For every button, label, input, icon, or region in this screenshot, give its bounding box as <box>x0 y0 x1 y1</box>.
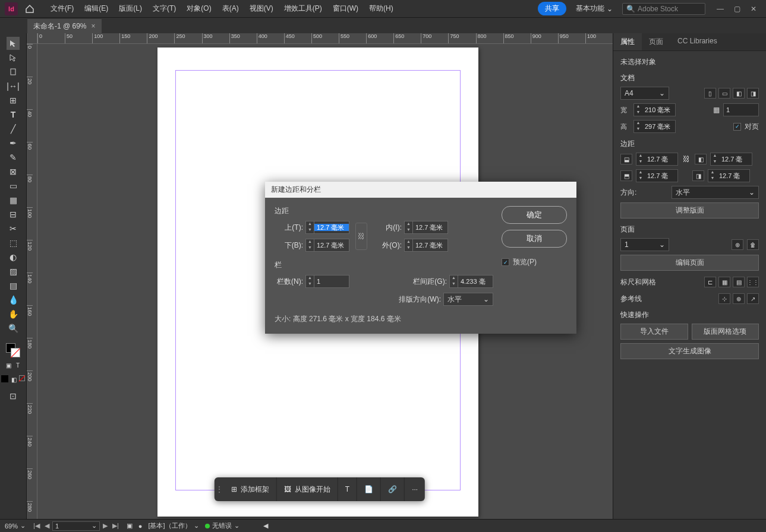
page-number-select[interactable]: 1⌄ <box>620 238 669 251</box>
dialog-gutter-input[interactable]: ▲▼ <box>449 275 493 288</box>
add-frame-button[interactable]: ⊞添加框架 <box>224 477 277 501</box>
first-page-button[interactable]: |◀ <box>31 522 42 530</box>
smart-guides-icon[interactable]: ↗ <box>747 293 759 304</box>
direct-selection-tool[interactable] <box>7 51 20 64</box>
type-tool[interactable]: T <box>7 108 20 121</box>
import-file-button[interactable]: 导入文件 <box>620 324 688 340</box>
maximize-button[interactable]: ▢ <box>732 5 742 13</box>
close-button[interactable]: ✕ <box>748 5 759 13</box>
dialog-margin-inside-input[interactable]: ▲▼ <box>404 221 448 234</box>
landscape-icon[interactable]: ▭ <box>718 88 730 99</box>
last-page-button[interactable]: ▶| <box>111 522 121 530</box>
next-page-button[interactable]: ▶ <box>101 522 109 530</box>
link-margins-toggle[interactable]: ⛓ <box>355 223 367 250</box>
menu-help[interactable]: 帮助(H) <box>364 4 399 14</box>
document-grid-icon[interactable]: ⋮⋮ <box>747 277 759 287</box>
margin-top-input[interactable]: ▲▼ <box>636 153 678 166</box>
ruler-icon[interactable]: ⊏ <box>704 277 716 287</box>
gap-tool[interactable]: |↔| <box>7 80 20 93</box>
grid-icon[interactable]: ▦ <box>718 277 730 287</box>
dialog-margin-bottom-input[interactable]: ▲▼ <box>305 239 349 252</box>
screen-mode-tool[interactable]: ⊡ <box>7 390 20 403</box>
dialog-column-count-input[interactable]: ▲▼ <box>305 275 349 288</box>
minimize-button[interactable]: — <box>715 5 726 13</box>
link-ctx-button[interactable]: 🔗 <box>381 477 405 501</box>
show-guides-icon[interactable]: ⊹ <box>718 293 730 304</box>
preview-checkbox[interactable]: ✓ <box>502 258 509 266</box>
workspace-selector[interactable]: 基本功能⌄ <box>573 4 615 14</box>
line-tool[interactable]: ╱ <box>7 122 20 135</box>
height-input[interactable]: ▲▼ <box>633 120 676 133</box>
orientation-select[interactable]: 水平⌄ <box>672 186 759 199</box>
menu-edit[interactable]: 编辑(E) <box>79 4 114 14</box>
margin-bottom-input[interactable]: ▲▼ <box>636 169 678 182</box>
hand-tool[interactable]: ✋ <box>7 308 20 321</box>
menu-type[interactable]: 文字(T) <box>147 4 181 14</box>
link-margins-icon[interactable]: ⛓ <box>682 155 691 163</box>
menu-file[interactable]: 文件(F) <box>45 4 79 14</box>
formatting-container-icon[interactable]: ▣ <box>4 361 12 369</box>
tab-cc-libraries[interactable]: CC Libraries <box>670 33 724 50</box>
fill-stroke-swatch[interactable] <box>6 343 20 357</box>
pages-count-input[interactable] <box>723 103 759 116</box>
comment-tool[interactable]: ⊟ <box>7 208 20 221</box>
content-collector-tool[interactable]: ⊞ <box>7 94 20 107</box>
more-ctx-button[interactable]: ··· <box>405 477 425 501</box>
rectangle-frame-tool[interactable]: ⊠ <box>7 165 20 178</box>
delete-page-icon[interactable]: 🗑 <box>747 239 759 250</box>
ruler-vertical[interactable]: 020406080100120140160180200220240260280 <box>27 44 37 519</box>
tab-pages[interactable]: 页面 <box>642 33 670 50</box>
edit-pages-button[interactable]: 编辑页面 <box>620 255 759 271</box>
rectangle-tool[interactable]: ▭ <box>7 179 20 192</box>
gradient-feather-tool[interactable]: ▨ <box>7 265 20 278</box>
baseline-grid-icon[interactable]: ▤ <box>733 277 745 287</box>
type-ctx-button[interactable]: T <box>338 477 357 501</box>
free-transform-tool[interactable]: ⬚ <box>7 236 20 249</box>
pencil-tool[interactable]: ✎ <box>7 151 20 164</box>
menu-object[interactable]: 对象(O) <box>181 4 216 14</box>
toolbar-grip[interactable]: ⋮ <box>215 485 224 493</box>
menu-layout[interactable]: 版面(L) <box>114 4 147 14</box>
page-size-select[interactable]: A4⌄ <box>620 87 669 100</box>
layer-indicator[interactable]: [基本]（工作）⌄ <box>148 521 198 530</box>
binding-left-icon[interactable]: ◧ <box>733 88 745 99</box>
apply-color-icon[interactable] <box>1 375 8 382</box>
zoom-select[interactable]: 69%⌄ <box>5 522 26 530</box>
dialog-direction-select[interactable]: 水平⌄ <box>443 293 493 306</box>
dialog-margin-outside-input[interactable]: ▲▼ <box>404 239 448 252</box>
text-to-image-button[interactable]: 文字生成图像 <box>620 343 759 359</box>
page-input[interactable]: 1⌄ <box>52 521 100 531</box>
scroll-left-icon[interactable]: ◀ <box>263 522 268 530</box>
scissors-tool[interactable]: ✂ <box>7 222 20 235</box>
prev-page-button[interactable]: ◀ <box>43 522 51 530</box>
gradient-swatch-tool[interactable]: ◐ <box>7 251 20 264</box>
margin-outside-input[interactable]: ▲▼ <box>708 169 750 182</box>
close-tab-icon[interactable]: × <box>92 22 96 30</box>
pen-tool[interactable]: ✒ <box>7 137 20 150</box>
preflight-indicator[interactable]: 无错误⌄ <box>205 521 239 530</box>
binding-right-icon[interactable]: ◨ <box>747 88 759 99</box>
new-page-icon[interactable]: ⊕ <box>732 239 743 250</box>
lock-guides-icon[interactable]: ⊕ <box>733 293 745 304</box>
page-ctx-button[interactable]: 📄 <box>357 477 381 501</box>
layout-grid-options-button[interactable]: 版面网格选项 <box>692 324 759 340</box>
menu-table[interactable]: 表(A) <box>217 4 244 14</box>
menu-plugins[interactable]: 增效工具(P) <box>279 4 327 14</box>
from-image-button[interactable]: 🖼从图像开始 <box>277 477 338 501</box>
share-button[interactable]: 共享 <box>538 2 566 15</box>
ruler-origin[interactable] <box>27 33 37 44</box>
menu-view[interactable]: 视图(V) <box>244 4 279 14</box>
document-tab[interactable]: 未命名-1 @ 69% × <box>27 19 102 33</box>
search-input[interactable]: 🔍Adobe Stock <box>622 3 705 15</box>
selection-tool[interactable] <box>7 37 20 50</box>
tab-properties[interactable]: 属性 <box>613 33 642 50</box>
eyedropper-tool[interactable]: 💧 <box>7 293 20 306</box>
apply-gradient-icon[interactable]: ◧ <box>10 375 18 384</box>
width-input[interactable]: ▲▼ <box>633 103 676 116</box>
facing-pages-checkbox[interactable]: ✓ <box>733 123 741 131</box>
table-tool[interactable]: ▦ <box>7 194 20 207</box>
page-tool[interactable] <box>7 65 20 78</box>
apply-none-icon[interactable] <box>19 375 25 381</box>
menu-window[interactable]: 窗口(W) <box>327 4 364 14</box>
formatting-text-icon[interactable]: T <box>14 361 22 369</box>
